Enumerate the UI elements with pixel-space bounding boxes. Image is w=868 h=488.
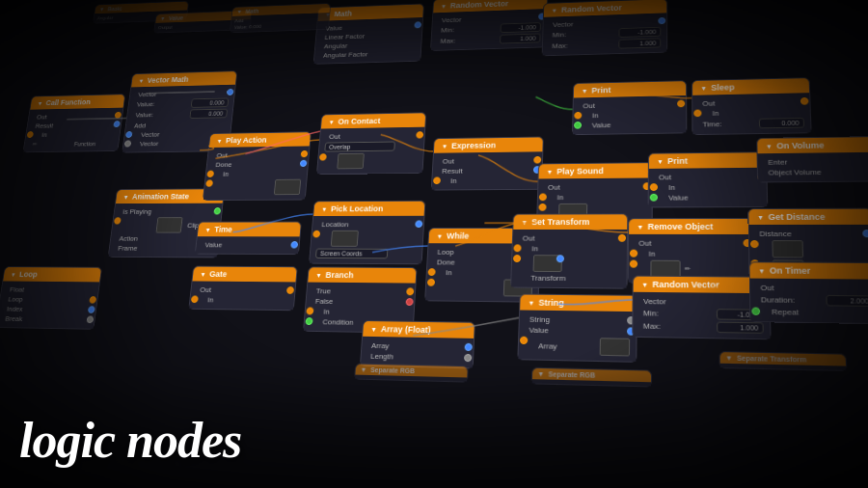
- node-on-volume-header: On Volume: [757, 137, 868, 153]
- node-time-header: Time: [198, 223, 301, 237]
- node-set-transform-header: Set Transform: [513, 214, 627, 230]
- scene: Loop Float Loop Index Break Call Functi: [0, 0, 868, 488]
- node-set-transform: Set Transform Out In Transform: [510, 213, 628, 288]
- node-print-2-header: Print: [649, 152, 766, 169]
- node-array-float: Array (Float) Array Length: [360, 320, 475, 368]
- node-string-header: String: [520, 295, 637, 312]
- node-bottom-1: Separate RGB: [354, 364, 469, 383]
- node-pick-location: Pick Location Location Screen Coords: [309, 201, 425, 264]
- node-call-function: Call Function Out Result In ✏ Function: [23, 94, 126, 152]
- node-on-timer: On Timer Out Duration: 2.000 Repeat: [748, 261, 868, 324]
- node-on-volume: On Volume Enter Object Volume: [756, 136, 868, 182]
- node-remove-object: Remove Object Out In ✏: [628, 218, 755, 285]
- node-pick-location-header: Pick Location: [313, 202, 424, 216]
- node-loop-header: Loop: [3, 267, 101, 282]
- node-play-sound-header: Play Sound: [539, 163, 652, 178]
- node-branch-header: Branch: [308, 267, 416, 283]
- node-expression: Expression Out Result In: [431, 137, 544, 191]
- node-play-action-header: Play Action: [209, 132, 311, 148]
- node-on-contact: On Contact Out Overlap: [316, 112, 426, 175]
- node-gate: Gate Out In: [188, 266, 297, 312]
- node-small-3: Math Add Value: 0.000: [230, 3, 331, 33]
- node-string: String String Value Array: [517, 294, 637, 363]
- node-random-vector-top: Random Vector Vector Min: -1.000 Max: 1.…: [430, 0, 548, 51]
- node-random-vector-1: Random Vector Vector Min: -1.000 Max: 1.…: [542, 0, 668, 56]
- node-loop: Loop Float Loop Index Break: [0, 266, 102, 330]
- node-bottom-2: Separate RGB: [531, 367, 652, 388]
- node-expression-header: Expression: [434, 137, 543, 152]
- node-time: Time Value: [195, 222, 302, 256]
- page-title: logic nodes: [19, 412, 241, 469]
- node-play-action: Play Action Out Done In: [203, 131, 312, 201]
- node-remove-object-header: Remove Object: [629, 219, 752, 234]
- node-bottom-3: Separate Transform: [719, 351, 848, 371]
- node-gate-header: Gate: [193, 267, 297, 283]
- node-get-distance-header: Get Distance: [748, 209, 868, 225]
- node-sleep: Sleep Out In Time: 0.000: [692, 77, 812, 135]
- node-print-2: Print Out In Value: [648, 151, 769, 207]
- node-on-timer-header: On Timer: [749, 262, 868, 279]
- node-print-1: Print Out In Value: [572, 80, 687, 135]
